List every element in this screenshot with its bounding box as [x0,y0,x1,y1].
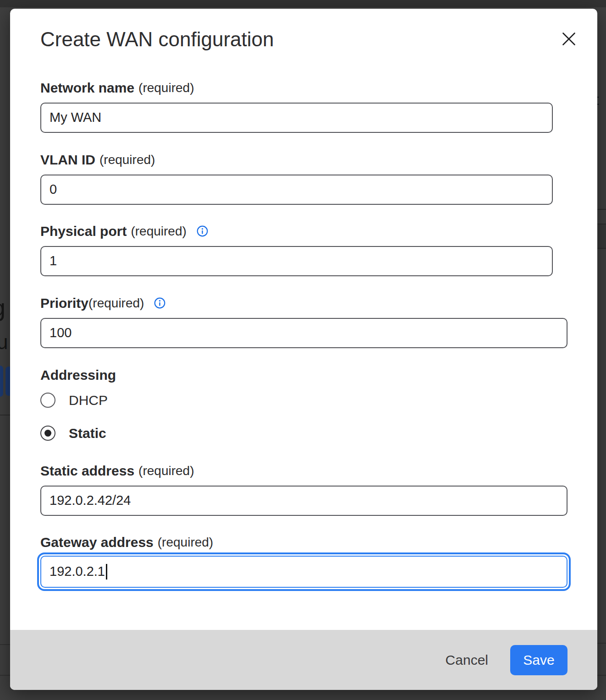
radio-unselected-icon[interactable] [40,393,55,408]
priority-info-button[interactable] [154,297,165,309]
priority-field-group: Priority (required) [40,295,567,348]
dimmed-page-header [0,0,606,7]
text-cursor [106,564,107,580]
dimmed-divider [597,209,606,210]
gateway-address-focus-ring: 192.0.2.1 [37,552,571,591]
dimmed-divider [0,675,10,676]
static-address-input[interactable] [40,486,567,516]
dimmed-blue-button [6,366,10,396]
dimmed-partial-text: u [0,331,8,354]
dimmed-divider [597,224,606,224]
dimmed-partial-text: t l [597,91,606,126]
vlan-id-label: VLAN ID [40,152,95,168]
addressing-option-dhcp[interactable]: DHCP [40,393,567,408]
dimmed-page-left-edge: g u [0,0,10,700]
priority-input[interactable] [40,318,567,348]
static-address-field-group: Static address (required) [40,463,567,516]
required-hint: (required) [131,223,186,240]
dimmed-partial-text: g [0,293,6,322]
addressing-option-static[interactable]: Static [40,426,567,441]
gateway-address-input[interactable]: 192.0.2.1 [40,556,567,588]
dimmed-blue-button [0,366,3,397]
static-option-label: Static [69,426,106,441]
vlan-id-input[interactable] [40,175,553,205]
dimmed-divider [0,644,10,645]
create-wan-dialog: Create WAN configuration Network name (r… [10,9,597,690]
close-icon [562,33,575,45]
dimmed-divider [597,643,606,644]
dhcp-option-label: DHCP [69,393,108,408]
gateway-address-label: Gateway address [40,534,154,551]
gateway-address-value: 192.0.2.1 [50,564,105,579]
priority-label: Priority [40,295,88,312]
network-name-label: Network name [40,80,134,96]
required-hint: (required) [138,463,194,479]
addressing-heading: Addressing [40,367,567,383]
gateway-address-field-group: Gateway address (required) 192.0.2.1 [40,534,567,591]
network-name-field-group: Network name (required) [40,80,567,133]
dialog-footer: Cancel Save [10,630,597,690]
required-hint: (required) [99,152,155,168]
dimmed-divider [0,415,10,416]
physical-port-field-group: Physical port (required) [40,223,567,276]
dimmed-page-right-edge: t l [597,0,606,700]
static-address-label: Static address [40,463,134,479]
dimmed-row [597,224,606,249]
save-button[interactable]: Save [510,645,567,675]
vlan-id-field-group: VLAN ID (required) [40,152,567,205]
radio-selected-icon[interactable] [40,426,55,441]
required-hint: (required) [88,295,144,312]
dimmed-divider [597,248,606,249]
dimmed-divider [597,675,606,676]
physical-port-input[interactable] [40,246,553,276]
physical-port-info-button[interactable] [197,225,208,237]
physical-port-label: Physical port [40,223,127,240]
required-hint: (required) [138,80,194,96]
dialog-title: Create WAN configuration [40,27,567,51]
network-name-input[interactable] [40,103,553,133]
info-icon [197,225,208,237]
close-button[interactable] [561,31,577,47]
info-icon [154,297,165,309]
cancel-button[interactable]: Cancel [446,652,488,668]
required-hint: (required) [158,534,213,551]
